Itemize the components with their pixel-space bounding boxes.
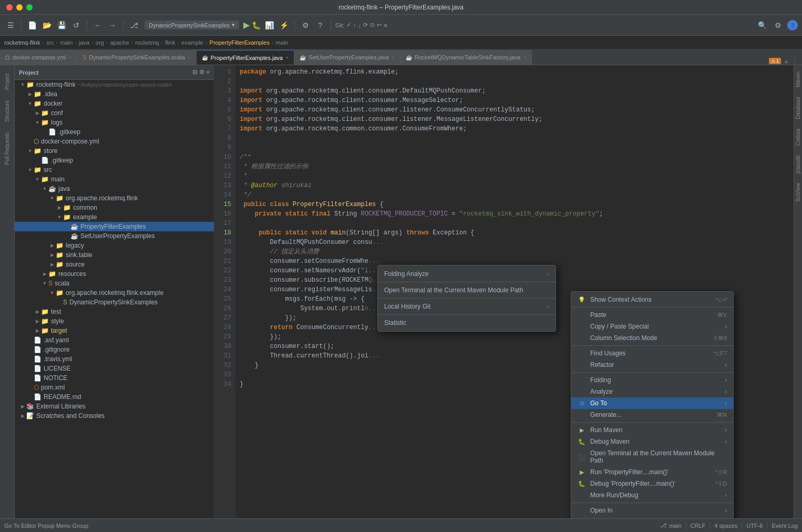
window-controls[interactable]	[6, 4, 33, 11]
breadcrumb-item-10[interactable]: main	[276, 39, 289, 46]
cm-column-selection[interactable]: Column Selection Mode ⇧⌘8	[571, 332, 733, 344]
sidebar-collapse-icon[interactable]: ⊟	[192, 69, 197, 76]
tree-example[interactable]: ▼ 📁 example	[15, 212, 214, 222]
tab-table-sink[interactable]: ☕ RocketMQDynamicTableSinkFactory.java ×	[400, 50, 532, 65]
tree-logs[interactable]: ▼ 📁 logs	[15, 118, 214, 127]
breadcrumb-item-2[interactable]: main	[60, 39, 73, 46]
status-encoding[interactable]: UTF-8	[746, 522, 763, 529]
submenu-local-history-git[interactable]: Local History Git ›	[378, 300, 556, 313]
breadcrumb-item-9[interactable]: PropertyFilterExamples	[210, 39, 270, 46]
tree-travis[interactable]: 📄 .travis.yml	[15, 354, 214, 364]
add-config-icon[interactable]: ⚙	[299, 19, 312, 32]
tree-src[interactable]: ▼ 📁 src	[15, 165, 214, 175]
vtab-pull-requests[interactable]: Pull Requests	[2, 128, 12, 169]
tree-java[interactable]: ▼ ☕ java	[15, 184, 214, 193]
cm-more-run-debug[interactable]: More Run/Debug ›	[571, 489, 733, 501]
back-icon[interactable]: ←	[91, 19, 104, 32]
tree-legacy[interactable]: ▶ 📁 legacy	[15, 241, 214, 250]
more-tabs-icon[interactable]: ⋮	[791, 57, 798, 65]
breadcrumb-item-0[interactable]: rocketmq-flink	[4, 39, 40, 46]
git-fetch-icon[interactable]: ⟳	[363, 22, 368, 28]
new-file-icon[interactable]: 📄	[26, 19, 38, 32]
cm-show-context-actions[interactable]: 💡 Show Context Actions ⌥⏎	[571, 294, 733, 305]
tree-property-filter-file[interactable]: ☕ PropertyFilterExamples	[15, 222, 214, 231]
tree-gitkeep2[interactable]: 📄 .gitkeep	[15, 156, 214, 165]
tree-sink-table[interactable]: ▶ 📁 sink.table	[15, 250, 214, 260]
help-icon[interactable]: ?	[314, 19, 326, 32]
tab-close-2[interactable]: ×	[285, 55, 289, 60]
cm-debug-maven[interactable]: 🐛 Debug Maven ›	[571, 436, 733, 447]
right-panel-database[interactable]: Database	[794, 93, 802, 124]
tree-license[interactable]: 📄 LICENSE	[15, 364, 214, 373]
tree-external-libs[interactable]: ▶ 📚 External Libraries	[15, 402, 214, 411]
cm-find-usages[interactable]: Find Usages ⌥F7	[571, 347, 733, 359]
breadcrumb-item-7[interactable]: flink	[165, 39, 176, 46]
tree-org-flink-example[interactable]: ▼ 📁 org.apache.rocketmq.flink.example	[15, 288, 214, 298]
tab-close-0[interactable]: ×	[68, 55, 71, 60]
right-panel-codota[interactable]: Codota	[794, 125, 802, 150]
tab-property-filter[interactable]: ☕ PropertyFilterExamples.java ×	[197, 50, 294, 65]
breadcrumb-item-8[interactable]: example	[181, 39, 203, 46]
tab-dynamic-sink[interactable]: S DynamicPropertySinkExamples.scala ×	[77, 50, 196, 65]
tree-conf[interactable]: ▶ 📁 conf	[15, 108, 214, 118]
tree-setuser-file[interactable]: ☕ SetUserPropertyExamples	[15, 231, 214, 241]
status-git-branch[interactable]: ⎇ main	[660, 522, 682, 529]
search-everywhere-icon[interactable]: 🔍	[756, 19, 768, 32]
cm-paste[interactable]: Paste ⌘V	[571, 309, 733, 321]
refresh-icon[interactable]: ↺	[70, 19, 83, 32]
tab-close-4[interactable]: ×	[523, 55, 526, 60]
menu-icon[interactable]: ☰	[4, 19, 17, 32]
save-all-icon[interactable]: 💾	[55, 19, 68, 32]
cm-generate[interactable]: Generate... ⌘N	[571, 409, 733, 421]
breadcrumb-item-1[interactable]: src	[46, 39, 54, 46]
breadcrumb-item-3[interactable]: java	[79, 39, 89, 46]
tree-notice[interactable]: 📄 NOTICE	[15, 373, 214, 383]
tree-org-apache[interactable]: ▼ 📁 org.apache.rocketmq.flink	[15, 193, 214, 203]
submenu-statistic[interactable]: Statistic	[378, 316, 556, 329]
tree-main[interactable]: ▼ 📁 main	[15, 175, 214, 184]
git-stash-icon[interactable]: ≡	[384, 22, 387, 28]
tree-gitkeep1[interactable]: 📄 .gitkeep	[15, 127, 214, 137]
git-history-icon[interactable]: ⊙	[370, 22, 375, 28]
breadcrumb-item-6[interactable]: rocketmq	[135, 39, 159, 46]
vcs-icon[interactable]: ⎇	[128, 19, 140, 32]
vtab-project[interactable]: Project	[2, 69, 12, 94]
right-panel-scview[interactable]: SciView	[794, 179, 802, 206]
status-line-col[interactable]: CRLF	[691, 522, 706, 529]
vtab-structure[interactable]: Structure	[2, 96, 12, 126]
tree-store[interactable]: ▼ 📁 store	[15, 146, 214, 156]
submenu-open-terminal[interactable]: Open Terminal at the Current Maven Modul…	[378, 284, 556, 296]
scroll-up-icon[interactable]: ▲	[783, 57, 789, 65]
tree-idea[interactable]: ▶ 📁 .idea	[15, 89, 214, 99]
tree-dynamic-sink-scala[interactable]: S DynamicPropertySinkExamples	[15, 298, 214, 307]
tab-docker-compose[interactable]: ⬡ docker-compose.yml ×	[0, 50, 77, 65]
tree-scratches[interactable]: ▶ 📝 Scratches and Consoles	[15, 411, 214, 421]
right-panel-jclasslib[interactable]: jclasslib	[794, 151, 802, 178]
submenu-folding-analyze[interactable]: Folding Analyze ›	[378, 268, 556, 280]
cm-run-property[interactable]: ▶ Run 'PropertyFilter....main()' ^⇧R	[571, 466, 733, 478]
tree-gitignore[interactable]: 📄 .gitignore	[15, 345, 214, 354]
status-indent[interactable]: 4 spaces	[714, 522, 737, 529]
maximize-button[interactable]	[26, 4, 33, 11]
tree-asf-yaml[interactable]: 📄 .asf.yaml	[15, 335, 214, 345]
profile-icon[interactable]: ⚡	[277, 19, 290, 32]
breadcrumb-item-4[interactable]: org	[96, 39, 104, 46]
sidebar-close-icon[interactable]: ×	[207, 69, 210, 76]
cm-open-terminal[interactable]: ⬛ Open Terminal at the Current Maven Mod…	[571, 447, 733, 466]
git-pull-icon[interactable]: ↓	[358, 22, 362, 28]
tree-docker[interactable]: ▼ 📁 docker	[15, 99, 214, 108]
cm-goto[interactable]: ⊙ Go To ›	[571, 397, 733, 409]
tab-setuser[interactable]: ☕ SetUserPropertyExamples.java ×	[294, 50, 400, 65]
settings-icon[interactable]: ⚙	[772, 19, 784, 32]
open-file-icon[interactable]: 📂	[40, 19, 53, 32]
status-event-log[interactable]: Event Log	[772, 522, 798, 529]
sidebar-settings-icon[interactable]: ⚙	[199, 69, 204, 76]
tree-pom[interactable]: ⬡ pom.xml	[15, 383, 214, 392]
cm-scala-repl[interactable]: Scala REPL... ⇧⌘D	[571, 516, 733, 518]
run-with-coverage-icon[interactable]: 📊	[263, 19, 275, 32]
cm-debug-property[interactable]: 🐛 Debug 'PropertyFilter....main()' ^⇧D	[571, 478, 733, 489]
cm-run-maven[interactable]: ▶ Run Maven ›	[571, 424, 733, 436]
cm-open-in[interactable]: Open In ›	[571, 505, 733, 516]
tree-root[interactable]: ▼ 📁 rocketmq-flink ~/hollysys/repository…	[15, 80, 214, 89]
run-button[interactable]: ▶	[243, 20, 250, 30]
